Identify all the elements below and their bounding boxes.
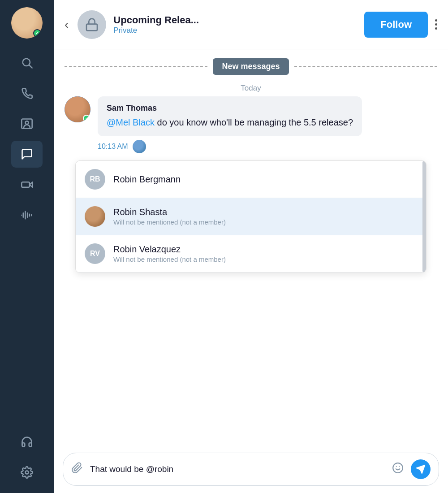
avatar [133, 140, 146, 153]
mention-name: Robin Bergmann [113, 174, 417, 185]
online-indicator [33, 29, 41, 37]
today-label: Today [54, 78, 448, 96]
message-time: 10:13 AM [98, 143, 128, 151]
online-indicator [83, 115, 90, 122]
avatar: RV [85, 243, 105, 264]
main-content: ‹ Upcoming Relea... Private Follow New m… [54, 0, 448, 493]
attach-button[interactable] [71, 462, 83, 477]
lock-icon [85, 17, 99, 32]
messages-icon [21, 148, 33, 160]
table-row: Sam Thomas @Mel Black do you know who'll… [65, 96, 437, 136]
channel-info: Upcoming Relea... Private [113, 14, 357, 35]
channel-icon [78, 10, 106, 39]
svg-point-12 [26, 471, 29, 474]
sidebar-item-messages[interactable] [11, 141, 43, 168]
sidebar-item-video[interactable] [11, 171, 43, 198]
message-text: @Mel Black do you know who'll be managin… [107, 116, 353, 129]
mention-subtitle: Will not be mentioned (not a member) [113, 255, 417, 263]
avatar [65, 96, 90, 122]
sidebar-item-search[interactable] [11, 49, 43, 76]
send-button[interactable] [411, 459, 431, 479]
follow-button[interactable]: Follow [364, 12, 428, 38]
svg-line-1 [29, 65, 32, 68]
message-mention: @Mel Black [107, 117, 155, 127]
message-time-row: 10:13 AM [98, 140, 437, 153]
list-item[interactable]: RV Robin Velazquez Will not be mentioned… [76, 235, 426, 272]
support-icon [21, 436, 33, 448]
svg-point-3 [26, 121, 29, 124]
avatar [85, 206, 105, 227]
more-options-button[interactable] [435, 19, 437, 30]
back-button[interactable]: ‹ [65, 17, 69, 32]
svg-rect-4 [22, 182, 30, 187]
channel-header: ‹ Upcoming Relea... Private Follow [54, 0, 448, 49]
sidebar-item-contacts[interactable] [11, 110, 43, 137]
sidebar-item-settings[interactable] [11, 459, 43, 486]
mention-info: Robin Velazquez Will not be mentioned (n… [113, 244, 417, 263]
message-body: do you know who'll be managing the 5.5 r… [155, 117, 353, 127]
dashed-line-left [65, 66, 207, 67]
more-dot [435, 27, 437, 30]
message-sender: Sam Thomas [107, 104, 353, 113]
sidebar-item-phone[interactable] [11, 80, 43, 107]
sidebar-item-support[interactable] [11, 428, 43, 455]
channel-type: Private [113, 26, 357, 35]
message-input[interactable] [90, 464, 385, 474]
list-item[interactable]: Robin Shasta Will not be mentioned (not … [76, 198, 426, 235]
emoji-button[interactable] [392, 462, 404, 477]
attach-icon [71, 462, 83, 474]
send-icon [416, 464, 426, 474]
message-input-area [63, 453, 439, 486]
new-messages-badge: New messages [213, 58, 289, 75]
mention-info: Robin Bergmann [113, 174, 417, 185]
emoji-icon [392, 462, 404, 474]
channel-name: Upcoming Relea... [113, 14, 357, 26]
message-bubble: Sam Thomas @Mel Black do you know who'll… [98, 96, 362, 136]
sidebar [0, 0, 54, 493]
mention-name: Robin Velazquez [113, 244, 417, 255]
messages-area: Sam Thomas @Mel Black do you know who'll… [54, 96, 448, 445]
mention-info: Robin Shasta Will not be mentioned (not … [113, 207, 417, 226]
more-dot [435, 19, 437, 22]
sidebar-item-audio[interactable] [11, 202, 43, 229]
avatar: RB [85, 169, 105, 190]
contacts-icon [21, 117, 33, 130]
new-messages-banner: New messages [54, 49, 448, 78]
mention-dropdown: RB Robin Bergmann Robin Shasta Will not … [75, 160, 426, 273]
mention-subtitle: Will not be mentioned (not a member) [113, 218, 417, 226]
list-item[interactable]: RB Robin Bergmann [76, 161, 426, 198]
more-dot [435, 23, 437, 26]
svg-rect-13 [86, 24, 97, 30]
mention-name: Robin Shasta [113, 207, 417, 217]
scrollbar[interactable] [422, 161, 426, 272]
settings-icon [21, 466, 33, 479]
phone-icon [21, 87, 33, 99]
audio-icon [21, 209, 33, 221]
svg-point-14 [393, 463, 403, 473]
user-avatar[interactable] [11, 7, 43, 39]
dashed-line-right [294, 66, 437, 67]
search-icon [21, 56, 33, 69]
video-icon [21, 178, 33, 191]
